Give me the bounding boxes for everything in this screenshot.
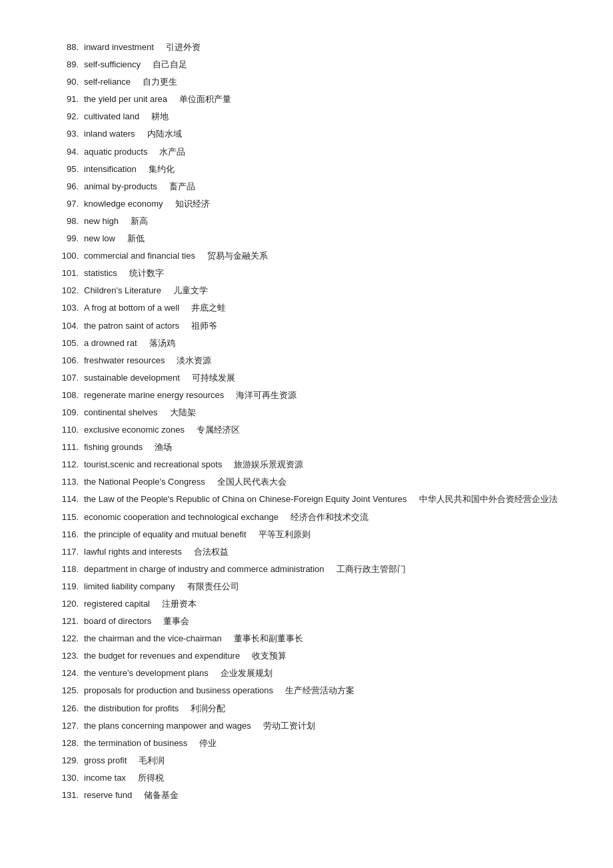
entry-number: 102. [53, 283, 79, 298]
entry-chinese: 全国人民代表大会 [217, 475, 287, 489]
entry-english: the Law of the People's Republic of Chin… [84, 492, 407, 507]
entry-english: new low [84, 231, 115, 246]
list-item: 124.the venture's development plans企业发展规… [53, 666, 560, 681]
entry-chinese: 耕地 [151, 109, 169, 124]
entry-number: 105. [53, 336, 79, 351]
entry-english: the venture's development plans [84, 666, 209, 681]
entry-english: tourist,scenic and recreational spots [84, 457, 222, 472]
list-item: 106.freshwater resources淡水资源 [53, 353, 560, 368]
entry-english: gross profit [84, 753, 127, 768]
entry-number: 129. [53, 753, 79, 768]
entry-number: 126. [53, 701, 79, 716]
entry-number: 98. [53, 214, 79, 229]
entry-number: 94. [53, 145, 79, 159]
entry-english: economic cooperation and technological e… [84, 510, 279, 525]
entry-english: statistics [84, 266, 117, 281]
entry-chinese: 畜产品 [169, 179, 195, 194]
entry-english: income tax [84, 771, 126, 785]
entry-number: 104. [53, 319, 79, 333]
list-item: 98.new high新高 [53, 214, 560, 229]
entry-english: cultivated land [84, 109, 139, 124]
entry-chinese: 海洋可再生资源 [236, 388, 297, 403]
list-item: 127.the plans concerning manpower and wa… [53, 719, 560, 733]
entry-chinese: 平等互利原则 [259, 527, 310, 542]
entry-number: 108. [53, 388, 79, 403]
entry-english: the termination of business [84, 736, 187, 751]
entry-number: 96. [53, 179, 79, 194]
list-item: 114.the Law of the People's Republic of … [53, 492, 560, 507]
entry-chinese: 儿童文学 [173, 283, 208, 298]
entry-chinese: 落汤鸡 [149, 336, 175, 351]
list-item: 129.gross profit毛利润 [53, 753, 560, 768]
entry-number: 125. [53, 683, 79, 698]
list-item: 94.aquatic products水产品 [53, 145, 560, 159]
list-item: 103.A frog at bottom of a well井底之蛙 [53, 301, 560, 315]
list-item: 126.the distribution for profits利润分配 [53, 701, 560, 716]
entry-chinese: 中华人民共和国中外合资经营企业法 [419, 492, 558, 507]
list-item: 130.income tax所得税 [53, 771, 560, 785]
entry-english: new high [84, 214, 119, 229]
entry-english: registered capital [84, 597, 150, 611]
list-item: 101.statistics统计数字 [53, 266, 560, 281]
entry-chinese: 经济合作和技术交流 [291, 510, 368, 525]
entry-chinese: 统计数字 [129, 266, 164, 281]
entry-number: 123. [53, 649, 79, 663]
entry-english: board of directors [84, 614, 151, 629]
entry-english: regenerate marine energy resources [84, 388, 224, 403]
entry-chinese: 工商行政主管部门 [336, 562, 406, 577]
entry-number: 109. [53, 405, 79, 420]
entry-english: limited liability company [84, 579, 175, 594]
list-item: 99.new low新低 [53, 231, 560, 246]
entry-chinese: 内陆水域 [147, 127, 182, 141]
entry-chinese: 自己自足 [153, 57, 187, 72]
entry-english: the plans concerning manpower and wages [84, 719, 251, 733]
entry-number: 128. [53, 736, 79, 751]
entry-chinese: 旅游娱乐景观资源 [234, 457, 303, 472]
entry-chinese: 自力更生 [143, 75, 177, 89]
entries-list: 88.inward investment引进外资89.self-sufficie… [53, 40, 560, 803]
entry-english: the patron saint of actors [84, 319, 179, 333]
entry-chinese: 淡水资源 [177, 353, 211, 368]
entry-number: 111. [53, 440, 79, 455]
entry-number: 124. [53, 666, 79, 681]
list-item: 111.fishing grounds渔场 [53, 440, 560, 455]
entry-chinese: 贸易与金融关系 [207, 249, 268, 263]
entry-english: a drowned rat [84, 336, 137, 351]
list-item: 125.proposals for production and busines… [53, 683, 560, 698]
list-item: 107.sustainable development可持续发展 [53, 371, 560, 385]
entry-number: 106. [53, 353, 79, 368]
list-item: 113.the National People's Congress全国人民代表… [53, 475, 560, 489]
entry-chinese: 劳动工资计划 [263, 719, 315, 733]
entry-english: department in charge of industry and com… [84, 562, 324, 577]
entry-english: self-sufficiency [84, 57, 141, 72]
entry-chinese: 董事长和副董事长 [234, 631, 303, 646]
entry-chinese: 新高 [131, 214, 148, 229]
entry-chinese: 合法权益 [194, 545, 229, 559]
entry-number: 101. [53, 266, 79, 281]
entry-chinese: 利润分配 [191, 701, 225, 716]
entry-english: inward investment [84, 40, 154, 55]
entry-number: 119. [53, 579, 79, 594]
entry-english: aquatic products [84, 145, 147, 159]
entry-chinese: 知识经济 [175, 197, 210, 211]
entry-english: the chairman and the vice-chairman [84, 631, 222, 646]
entry-chinese: 专属经济区 [197, 423, 240, 437]
entry-number: 90. [53, 75, 79, 89]
list-item: 88.inward investment引进外资 [53, 40, 560, 55]
entry-number: 113. [53, 475, 79, 489]
entry-chinese: 停业 [199, 736, 217, 751]
entry-english: knowledge economy [84, 197, 163, 211]
entry-chinese: 井底之蛙 [191, 301, 226, 315]
list-item: 115.economic cooperation and technologic… [53, 510, 560, 525]
entry-english: the distribution for profits [84, 701, 179, 716]
entry-english: intensification [84, 162, 137, 177]
list-item: 128.the termination of business停业 [53, 736, 560, 751]
list-item: 96.animal by-products畜产品 [53, 179, 560, 194]
list-item: 95.intensification集约化 [53, 162, 560, 177]
entry-number: 117. [53, 545, 79, 559]
entry-english: the National People's Congress [84, 475, 205, 489]
list-item: 109.continental shelves大陆架 [53, 405, 560, 420]
entry-chinese: 企业发展规划 [221, 666, 273, 681]
entry-number: 92. [53, 109, 79, 124]
list-item: 131.reserve fund储备基金 [53, 788, 560, 803]
